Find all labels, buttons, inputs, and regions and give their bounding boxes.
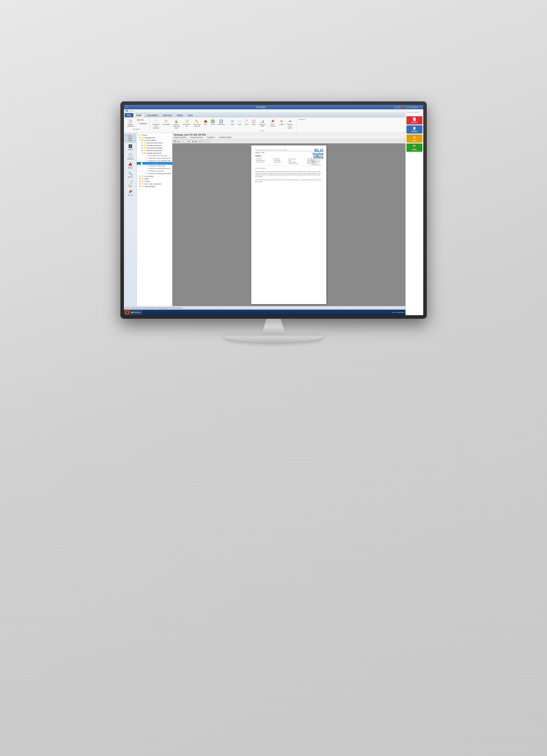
doc-tool-zoom-in[interactable]: + bbox=[180, 140, 183, 143]
sample-label: Sample documents bbox=[146, 144, 162, 146]
tab-view[interactable]: VIEW bbox=[185, 114, 195, 117]
app-icon: 🔷 bbox=[125, 106, 128, 108]
tree-item-management[interactable]: ▶ 📁 Management bbox=[137, 136, 172, 139]
tree-item-materials[interactable]: 📄 11/26/2013 List of materials Word bbox=[137, 159, 172, 162]
tree-item-accounting[interactable]: ▶ 📁 Accounting bbox=[137, 175, 172, 177]
tree-item-sample2[interactable]: ▼ 📂 Sample documents bbox=[137, 152, 172, 154]
checkout-edit-button[interactable]: ✏️ Check out and edit bbox=[192, 118, 202, 128]
doc-tool-rotate[interactable]: ↻ bbox=[201, 140, 204, 143]
nav-item-home[interactable]: 🏠 Home bbox=[125, 134, 136, 142]
check-button[interactable]: ✅ Check bbox=[209, 118, 216, 126]
multipage-label: 11/26/2013 Multipage TIF, BW, 200 DPI bbox=[143, 162, 171, 164]
schedule-doc-icon: 📄 bbox=[145, 167, 148, 170]
doc-page-indicator: 1/1 bbox=[198, 140, 200, 142]
multipage-doc-icon: 📄 bbox=[140, 162, 143, 164]
send-button-2[interactable]: 📨 Send bbox=[236, 118, 243, 126]
doc-tool-zoom-out[interactable]: - bbox=[184, 140, 187, 143]
nav-item-pinlist[interactable]: 📌 Pin list bbox=[125, 188, 136, 197]
dropzone-close-icon[interactable]: ✕ bbox=[421, 106, 422, 108]
remove-from-archive-button[interactable]: ↩ Remove from archive bbox=[285, 118, 295, 129]
save-qa-button[interactable]: 💾 bbox=[125, 110, 128, 112]
home-nav-label: Home bbox=[128, 140, 132, 141]
company-city: D-70161 Stuttgart bbox=[312, 161, 324, 162]
delete-button[interactable]: ✕ Delete bbox=[278, 118, 285, 126]
create-pdf-button[interactable]: 📊 Create as PDF bbox=[257, 118, 267, 128]
tree-item-letter[interactable]: 📄 11/26/2013 Letter, Peter Stand bbox=[137, 157, 172, 159]
dropzone-panel: ELO Dropzone ✕ 📄 Invoice 📋 Tender bbox=[406, 105, 423, 315]
minimize-button[interactable]: ─ bbox=[394, 106, 397, 108]
redo-qa-button[interactable]: ↪ bbox=[132, 110, 133, 112]
tree-item-scan-connector[interactable]: ▶ 📁 ELO Scan Connector bbox=[137, 183, 172, 185]
tree-item-project[interactable]: 📄 11/26/2013 Project data bbox=[137, 165, 172, 167]
edit-doc-button[interactable]: 📤 Edit bbox=[202, 118, 209, 126]
dropzone-tags-button[interactable]: 🏷️ Tags bbox=[407, 134, 423, 143]
close-button[interactable]: ✕ bbox=[401, 106, 404, 108]
tab-archive[interactable]: ARCHIVE bbox=[161, 114, 174, 117]
monitor-stand-neck bbox=[262, 319, 286, 335]
home-button[interactable]: 🏠 Home bbox=[136, 118, 148, 122]
contact-person-value: Sandra Renzi bbox=[273, 161, 288, 163]
quick-access-toolbar: 💾 ↩ ↪ bbox=[124, 109, 406, 113]
copy-icon: 📋 bbox=[251, 119, 256, 123]
doc-tool-prev[interactable]: ◀ bbox=[191, 140, 194, 143]
copy-to-clipboard-button[interactable]: 📋 Copy to Clipboard bbox=[125, 118, 135, 128]
taskbar-time: 11:42 bbox=[392, 312, 396, 313]
move-archive-button[interactable]: 📌 Move archive bbox=[268, 118, 278, 128]
send-label-3: Send bbox=[245, 124, 248, 125]
document-go-button[interactable]: 📝 Document Go bbox=[182, 118, 191, 128]
nav-item-mailbox[interactable]: 📥 Mailbox bbox=[125, 161, 136, 170]
tree-item-multipage[interactable]: 📄 11/26/2013 Multipage TIF, BW, 200 DPI bbox=[137, 162, 172, 165]
tree-item-sound[interactable]: 📄 11/26/2013 Sound file bbox=[137, 170, 172, 172]
dropzone-tender-button[interactable]: 📋 Tender bbox=[407, 125, 423, 134]
doc-tool-pan[interactable]: ✋ bbox=[204, 140, 207, 143]
reposting-button[interactable]: 🔄 Reposting bbox=[216, 118, 225, 126]
tender-btn-label: Tender bbox=[411, 130, 417, 132]
copy-button[interactable]: 📋 Copy bbox=[250, 118, 257, 126]
undo-qa-button[interactable]: ↩ bbox=[129, 110, 131, 112]
tree-item-scanned[interactable]: ▶ 📁 Scanned documents bbox=[137, 141, 172, 144]
view-folder-button[interactable]: 📁 View folder bbox=[161, 118, 171, 126]
dropzone-order-button[interactable]: 📦 Order bbox=[407, 143, 423, 152]
tab-start[interactable]: START bbox=[134, 114, 144, 117]
maximize-button[interactable]: □ bbox=[398, 106, 400, 108]
taskbar-elo-btn[interactable]: 📂 ELOoffice bbox=[130, 310, 142, 315]
tree-item-schedule[interactable]: 📄 11/26/2013 Schedule and time 2 bbox=[137, 167, 172, 170]
tab-file[interactable]: FILE bbox=[125, 113, 133, 117]
tree-item-email[interactable]: ▶ 📁 E-mail bbox=[137, 180, 172, 183]
nav-item-clipboard[interactable]: 📋 Clipboard bbox=[125, 152, 136, 161]
tree-item-documentation[interactable]: ▼ 📂 Documentation bbox=[137, 139, 172, 141]
send-button-1[interactable]: 📧 Send bbox=[229, 118, 235, 126]
send-button-3[interactable]: 📩 Send bbox=[243, 118, 250, 126]
doc-tool-save[interactable]: 💾 bbox=[173, 140, 176, 143]
doc-tool-fit[interactable]: ⊞ bbox=[187, 140, 190, 143]
nav-item-search[interactable]: 🔍 Search bbox=[125, 170, 136, 179]
document-from-template-button[interactable]: 📄 Document from template bbox=[151, 118, 161, 129]
tree-item-sample[interactable]: ▶ 📁 Sample documents bbox=[137, 144, 172, 147]
nav-item-archive[interactable]: 🗄️ Archive bbox=[125, 143, 136, 152]
checkout-edit-label: Check out and edit bbox=[193, 124, 201, 127]
tab-document[interactable]: DOCUMENT bbox=[145, 114, 160, 117]
tree-item-sales[interactable]: ▶ 📁 Sales bbox=[137, 177, 172, 180]
tree-item-elo-brush[interactable]: 📄 10/07/2013 ELO brush Igu bbox=[137, 154, 172, 157]
demo-toggle: ▼ bbox=[138, 134, 139, 136]
tab-tasks[interactable]: TASKS bbox=[174, 114, 185, 117]
tree-item-doc-templates[interactable]: ▶ 📁 Document templates bbox=[137, 147, 172, 149]
dropzone-buttons: 📄 Invoice 📋 Tender 🏷️ Tags 📦 bbox=[406, 115, 423, 153]
doc-toolbar: 💾 🖨️ + - ⊞ ◀ ▶ 1/1 ↻ ✋ ↖ bbox=[172, 139, 406, 143]
nav-item-tasks[interactable]: 📝 Tasks bbox=[125, 179, 136, 188]
doc-tool-print[interactable]: 🖨️ bbox=[177, 140, 180, 143]
start-button[interactable]: ⊞ bbox=[125, 310, 129, 315]
dropzone-invoice-button[interactable]: 📄 Invoice bbox=[407, 116, 423, 124]
dropzone-search-input[interactable] bbox=[407, 111, 423, 114]
doc-tool-next[interactable]: ▶ bbox=[194, 140, 198, 143]
tree-item-company-pres[interactable]: 📄 11/26/2013 Company presentation bbox=[137, 172, 172, 175]
open-readonly-button[interactable]: 🔒 Open in read-only mode bbox=[171, 118, 181, 129]
doc-template-icon: 📄 bbox=[154, 119, 158, 123]
templates-button[interactable]: 📄 Templates bbox=[136, 122, 148, 125]
send-label-1: Send bbox=[230, 124, 234, 125]
tree-item-barcode[interactable]: ▶ 📁 Barcode documents bbox=[137, 149, 172, 152]
doc-tool-select[interactable]: ↖ bbox=[208, 140, 211, 143]
tree-item-admin[interactable]: ▶ 📁 Administration bbox=[137, 185, 172, 188]
tree-item-demo[interactable]: ▼ 📁 Demo bbox=[137, 134, 172, 136]
invoice-body-text: Dear Sir or Madam, Lorem ipsum dolor sit… bbox=[255, 167, 323, 182]
